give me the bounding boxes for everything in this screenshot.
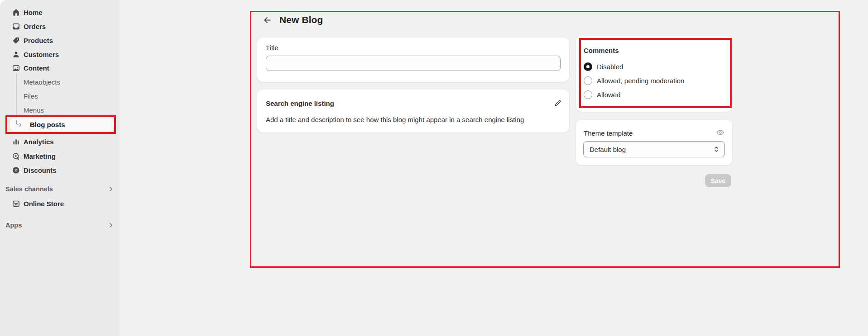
- sidebar-item-label: Discounts: [24, 166, 57, 174]
- discounts-icon: [11, 166, 20, 175]
- customers-icon: [11, 50, 20, 59]
- sidebar-item-customers[interactable]: Customers: [4, 47, 116, 61]
- save-button[interactable]: Save: [705, 174, 731, 187]
- sidebar-item-metaobjects[interactable]: Metaobjects: [4, 75, 116, 89]
- storefront-icon: [11, 199, 20, 208]
- chevron-right-icon: [108, 186, 114, 192]
- radio-label: Allowed: [597, 91, 621, 99]
- sidebar: Home Orders Products Customers Content: [0, 0, 120, 336]
- back-arrow-icon[interactable]: [262, 15, 272, 25]
- analytics-icon: [11, 137, 20, 146]
- search-engine-listing-card: Search engine listing Add a title and de…: [257, 90, 569, 133]
- title-input[interactable]: [266, 56, 561, 71]
- home-icon: [11, 8, 20, 17]
- theme-template-card: Theme template Default blog: [576, 120, 732, 165]
- sidebar-item-label: Products: [24, 37, 53, 44]
- sidebar-section-apps[interactable]: Apps: [5, 219, 114, 232]
- page-header: New Blog: [262, 14, 323, 26]
- sidebar-item-label: Orders: [24, 23, 46, 30]
- sidebar-item-label: Customers: [24, 51, 59, 58]
- radio-label: Allowed, pending moderation: [597, 77, 684, 85]
- sidebar-item-home[interactable]: Home: [4, 5, 116, 19]
- page-title: New Blog: [279, 14, 323, 25]
- radio-option-allowed-pending-moderation[interactable]: Allowed, pending moderation: [584, 75, 684, 86]
- sidebar-item-menus[interactable]: Menus: [4, 103, 116, 117]
- sidebar-item-label: Metaobjects: [24, 78, 60, 86]
- sidebar-item-marketing[interactable]: Marketing: [4, 149, 116, 163]
- comments-card-title: Comments: [584, 47, 619, 54]
- content-subnav-tree-line: [16, 73, 17, 119]
- radio-button[interactable]: [584, 90, 592, 99]
- title-field-label: Title: [266, 44, 278, 52]
- chevron-right-icon: [108, 222, 114, 228]
- sidebar-item-label: Online Store: [24, 200, 64, 208]
- return-arrow-icon: [14, 120, 24, 130]
- sidebar-item-label: Files: [24, 92, 38, 100]
- radio-label: Disabled: [597, 63, 623, 71]
- radio-button-selected[interactable]: [584, 62, 592, 71]
- content-icon: [11, 63, 20, 72]
- sidebar-item-label: Analytics: [24, 138, 54, 146]
- sidebar-section-sales-channels[interactable]: Sales channels: [5, 183, 114, 195]
- title-card: Title: [257, 38, 569, 82]
- sidebar-item-discounts[interactable]: Discounts: [4, 163, 116, 177]
- sidebar-item-analytics[interactable]: Analytics: [4, 135, 116, 148]
- marketing-icon: [11, 151, 20, 161]
- section-label: Sales channels: [5, 185, 53, 193]
- section-label: Apps: [5, 222, 22, 229]
- sidebar-item-label: Blog posts: [30, 121, 65, 128]
- sidebar-item-products[interactable]: Products: [4, 33, 116, 47]
- radio-option-allowed[interactable]: Allowed: [584, 89, 621, 100]
- seo-card-description: Add a title and description to see how t…: [266, 116, 524, 123]
- radio-button[interactable]: [584, 76, 592, 85]
- sidebar-item-orders[interactable]: Orders: [4, 19, 116, 33]
- products-icon: [11, 36, 20, 45]
- select-updown-chevron-icon: [714, 146, 719, 153]
- seo-card-title: Search engine listing: [266, 99, 334, 107]
- sidebar-item-files[interactable]: Files: [4, 89, 116, 103]
- pencil-edit-icon[interactable]: [552, 98, 562, 108]
- radio-option-disabled[interactable]: Disabled: [584, 61, 623, 72]
- theme-template-label: Theme template: [584, 129, 633, 137]
- select-value: Default blog: [590, 146, 626, 153]
- shopify-admin-new-blog-page: Home Orders Products Customers Content: [0, 0, 868, 336]
- sidebar-item-online-store[interactable]: Online Store: [4, 197, 116, 210]
- sidebar-item-label: Home: [24, 9, 43, 16]
- sidebar-item-blog-posts[interactable]: Blog posts: [10, 118, 114, 132]
- orders-icon: [11, 22, 20, 31]
- sidebar-item-label: Marketing: [24, 152, 56, 160]
- sidebar-item-content[interactable]: Content: [4, 61, 116, 75]
- comments-card: Comments Disabled Allowed, pending moder…: [576, 36, 732, 112]
- sidebar-item-label: Menus: [24, 106, 44, 114]
- sidebar-item-label: Content: [24, 64, 49, 72]
- theme-template-select[interactable]: Default blog: [583, 141, 725, 157]
- eye-icon: [715, 128, 725, 137]
